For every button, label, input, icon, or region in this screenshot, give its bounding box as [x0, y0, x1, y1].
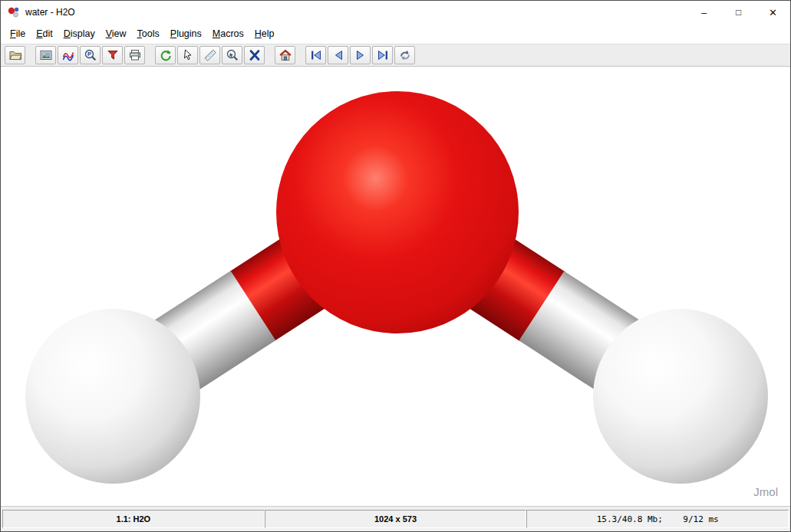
next-arrow-icon — [354, 48, 367, 62]
atom-hydrogen-2 — [593, 309, 768, 484]
previous-frame-button[interactable] — [328, 46, 348, 64]
p-tool-button[interactable]: P — [80, 46, 101, 64]
image-icon — [39, 48, 53, 62]
first-arrow-icon — [309, 48, 323, 62]
menu-macros[interactable]: Macros — [207, 25, 249, 42]
close-button[interactable]: ✕ — [756, 1, 790, 24]
loop-arrows-icon — [398, 48, 412, 62]
menu-view[interactable]: View — [101, 25, 132, 42]
select-button[interactable] — [177, 46, 198, 64]
funnel-icon — [106, 48, 120, 62]
menu-tools[interactable]: Tools — [132, 25, 165, 42]
status-frame: 1.1: H2O — [2, 510, 265, 528]
status-bar: 1.1: H2O 1024 x 573 15.3/40.8 Mb; 9/12 m… — [1, 506, 790, 531]
menu-edit[interactable]: Edit — [31, 25, 58, 42]
maximize-button[interactable]: □ — [721, 1, 756, 24]
rotate-icon — [159, 48, 173, 62]
status-memory: 15.3/40.8 Mb; 9/12 ms — [526, 510, 789, 528]
svg-text:P: P — [87, 51, 91, 57]
title-bar: water - H2O – □ ✕ — [1, 1, 790, 24]
open-folder-icon — [8, 48, 22, 62]
resume-animation-button[interactable] — [394, 46, 415, 64]
menu-help[interactable]: Help — [249, 25, 280, 42]
jmol-watermark: Jmol — [753, 485, 778, 498]
zoom-button[interactable] — [222, 46, 242, 64]
x-icon — [248, 48, 262, 62]
printer-icon — [128, 48, 142, 62]
molecule-viewport[interactable]: Jmol — [1, 67, 790, 506]
ruler-icon — [203, 48, 217, 62]
menu-file[interactable]: File — [5, 25, 31, 42]
magnifier-p-icon: P — [84, 48, 97, 62]
last-arrow-icon — [376, 48, 390, 62]
jmol-logo-icon — [7, 5, 21, 19]
water-molecule-render — [1, 67, 790, 506]
spectrum-icon — [61, 48, 75, 62]
axes-button[interactable] — [244, 46, 265, 64]
rotate-button[interactable] — [155, 46, 176, 64]
first-frame-button[interactable] — [305, 46, 326, 64]
previous-arrow-icon — [331, 48, 345, 62]
spectrum-button[interactable] — [58, 46, 78, 64]
toolbar: P — [1, 44, 790, 67]
home-button[interactable] — [275, 46, 295, 64]
magnifier-icon — [226, 48, 239, 62]
home-icon — [278, 48, 292, 62]
open-button[interactable] — [5, 46, 25, 64]
minimize-button[interactable]: – — [687, 1, 721, 24]
atom-oxygen — [276, 91, 519, 333]
status-size: 1024 x 573 — [265, 510, 527, 528]
annotate-button[interactable] — [102, 46, 123, 64]
window-title: water - H2O — [25, 7, 75, 18]
last-frame-button[interactable] — [372, 46, 393, 64]
cursor-icon — [181, 48, 195, 62]
menu-plugins[interactable]: Plugins — [165, 25, 207, 42]
menu-display[interactable]: Display — [58, 25, 101, 42]
atom-hydrogen-1 — [25, 309, 200, 484]
next-frame-button[interactable] — [350, 46, 371, 64]
measure-button[interactable] — [199, 46, 220, 64]
print-button[interactable] — [124, 46, 145, 64]
export-image-button[interactable] — [35, 46, 56, 64]
jmol-window: water - H2O – □ ✕ File Edit Display View… — [0, 0, 791, 532]
menu-bar: File Edit Display View Tools Plugins Mac… — [1, 24, 790, 44]
